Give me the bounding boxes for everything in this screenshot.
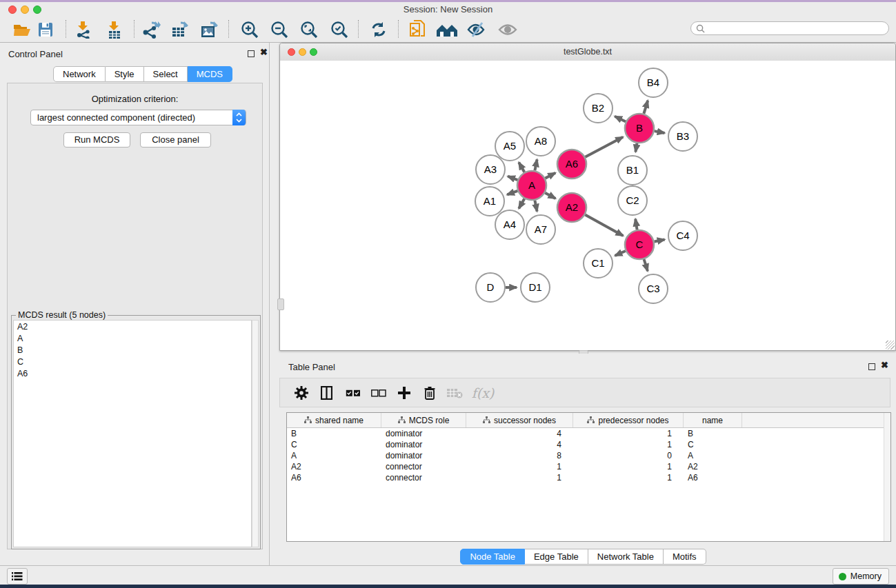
zoom-out-button[interactable] (267, 18, 292, 41)
node-C1[interactable]: C1 (584, 249, 613, 278)
import-network-button[interactable] (71, 18, 96, 41)
mcds-result-item[interactable]: B (14, 344, 251, 356)
cell-predecessor-nodes[interactable]: 1 (573, 440, 684, 449)
edge-B-B1[interactable] (635, 143, 637, 152)
node-table[interactable]: shared nameMCDS rolesuccessor nodesprede… (286, 412, 891, 542)
tab-mcds[interactable]: MCDS (188, 66, 232, 82)
cell-shared-name[interactable]: C (287, 440, 381, 449)
table-row[interactable]: A2connector11A2 (287, 461, 890, 472)
export-network-button[interactable] (139, 18, 163, 41)
node-C[interactable]: C (625, 230, 654, 259)
node-A3[interactable]: A3 (476, 155, 505, 184)
network-window-titlebar[interactable]: testGlobe.txt (280, 43, 895, 61)
cell-MCDS-role[interactable]: connector (381, 462, 466, 472)
task-history-button[interactable] (7, 568, 28, 585)
edge-C-C3[interactable] (644, 259, 648, 271)
import-table-button[interactable] (102, 18, 127, 41)
edge-B-B2[interactable] (615, 116, 626, 122)
node-C4[interactable]: C4 (668, 221, 697, 250)
table-row[interactable]: Adominator80A (287, 450, 890, 461)
edge-C-C1[interactable] (615, 251, 626, 256)
edge-A-A5[interactable] (519, 163, 524, 172)
tab-edge-table[interactable]: Edge Table (525, 549, 588, 565)
tab-network-table[interactable]: Network Table (588, 549, 664, 565)
edge-A6-B[interactable] (585, 137, 623, 157)
edge-A-A8[interactable] (535, 159, 537, 170)
delete-table-button[interactable] (443, 382, 466, 404)
mcds-result-item[interactable]: A6 (14, 367, 251, 379)
float-table-panel-icon[interactable] (868, 362, 875, 372)
edge-A-A1[interactable] (507, 191, 517, 195)
close-table-panel-icon[interactable]: ✖ (881, 362, 888, 369)
open-session-button[interactable] (10, 18, 34, 41)
edge-A-A4[interactable] (519, 199, 524, 208)
table-row[interactable]: Bdominator41B (287, 428, 890, 439)
export-image-button[interactable] (197, 18, 222, 41)
vertical-split-handle[interactable] (277, 298, 284, 310)
cell-shared-name[interactable]: A2 (287, 462, 381, 472)
node-A[interactable]: A (517, 171, 546, 200)
edge-A-A6[interactable] (545, 173, 555, 179)
column-header-MCDS-role[interactable]: MCDS role (381, 413, 466, 427)
cell-name[interactable]: A2 (684, 462, 742, 472)
network-graph[interactable]: B4B2BB3A5A8A6B1A3AA1C2A2A4A7C4CC1C3DD1 (280, 61, 895, 350)
cell-successor-nodes[interactable]: 1 (466, 462, 573, 472)
mcds-result-item[interactable]: C (14, 356, 251, 367)
run-mcds-button[interactable]: Run MCDS (63, 132, 130, 148)
zoom-selected-button[interactable] (327, 18, 352, 41)
edge-B-B4[interactable] (644, 101, 648, 114)
edge-C-C4[interactable] (655, 239, 665, 241)
close-panel-button[interactable]: Close panel (140, 132, 211, 148)
home-button[interactable] (435, 18, 459, 41)
node-B4[interactable]: B4 (639, 68, 668, 97)
node-B3[interactable]: B3 (668, 122, 697, 151)
node-B2[interactable]: B2 (584, 94, 613, 123)
mcds-result-list[interactable]: A2ABCA6 (13, 320, 252, 547)
edge-A-A7[interactable] (535, 201, 537, 212)
column-header-predecessor-nodes[interactable]: predecessor nodes (573, 413, 684, 427)
clone-network-button[interactable] (406, 18, 430, 41)
cell-MCDS-role[interactable]: dominator (381, 429, 466, 438)
edge-C-C2[interactable] (635, 219, 637, 230)
search-input[interactable] (705, 23, 888, 34)
cell-successor-nodes[interactable]: 4 (466, 440, 573, 449)
cell-predecessor-nodes[interactable]: 1 (573, 462, 684, 472)
edge-A-A2[interactable] (545, 193, 555, 199)
node-B[interactable]: B (625, 114, 654, 143)
node-C2[interactable]: C2 (618, 186, 647, 215)
show-columns-button[interactable] (315, 382, 338, 404)
zoom-in-button[interactable] (237, 18, 262, 41)
export-table-button[interactable] (168, 18, 192, 41)
mcds-result-scrollbar[interactable] (252, 320, 259, 547)
cell-name[interactable]: C (684, 440, 742, 449)
mcds-result-item[interactable]: A (14, 332, 251, 344)
node-D[interactable]: D (476, 273, 505, 302)
node-A6[interactable]: A6 (557, 150, 586, 179)
delete-column-button[interactable] (418, 382, 441, 404)
cell-predecessor-nodes[interactable]: 1 (573, 473, 684, 483)
function-builder-button[interactable]: f(x) (468, 382, 498, 404)
deselect-all-button[interactable] (367, 382, 390, 404)
zoom-fit-button[interactable] (297, 18, 321, 41)
cell-name[interactable]: A6 (684, 473, 742, 483)
cell-MCDS-role[interactable]: connector (381, 473, 466, 483)
cell-name[interactable]: A (684, 451, 742, 460)
refresh-layout-button[interactable] (366, 18, 391, 41)
mcds-result-item[interactable]: A2 (14, 321, 251, 332)
select-all-button[interactable] (341, 382, 365, 404)
memory-button[interactable]: Memory (833, 568, 889, 585)
tab-node-table[interactable]: Node Table (460, 549, 525, 565)
node-A1[interactable]: A1 (475, 187, 504, 216)
node-A7[interactable]: A7 (526, 215, 555, 244)
edge-B-B3[interactable] (655, 131, 665, 133)
table-options-gear-button[interactable] (290, 382, 313, 404)
cell-predecessor-nodes[interactable]: 1 (573, 429, 684, 438)
cell-name[interactable]: B (684, 429, 742, 438)
edge-A2-C[interactable] (585, 215, 623, 236)
tab-select[interactable]: Select (144, 66, 188, 82)
hide-selected-button[interactable] (464, 18, 489, 41)
table-scrollbar[interactable] (884, 413, 890, 541)
cell-successor-nodes[interactable]: 4 (466, 429, 573, 438)
tab-motifs[interactable]: Motifs (664, 549, 706, 565)
cell-predecessor-nodes[interactable]: 0 (573, 451, 684, 460)
